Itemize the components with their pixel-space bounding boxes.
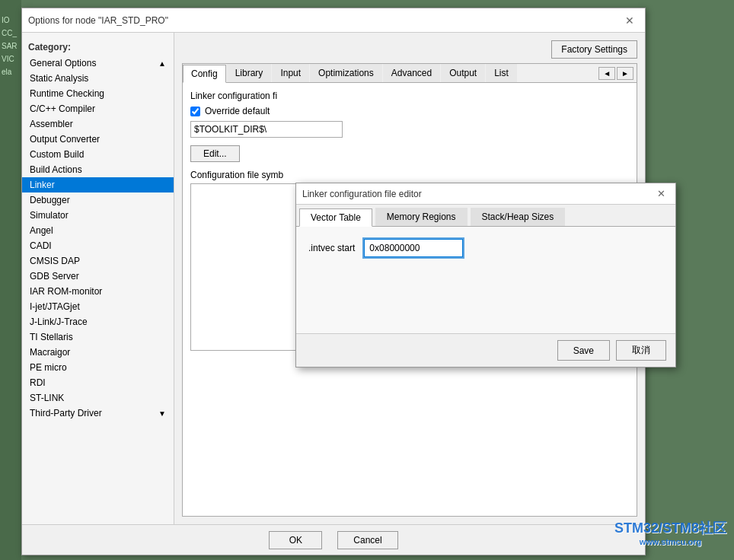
sidebar-item-runtime-checking[interactable]: Runtime Checking [22, 86, 174, 101]
sub-dialog-close-button[interactable]: ✕ [653, 187, 669, 200]
sidebar-item-cpp-compiler[interactable]: C/C++ Compiler [22, 101, 174, 116]
factory-settings-button[interactable]: Factory Settings [551, 40, 637, 59]
sidebar-item-gdb-server[interactable]: GDB Server [22, 269, 174, 284]
sidebar-item-pe-micro[interactable]: PE micro [22, 360, 174, 375]
sidebar-item-simulator[interactable]: Simulator [22, 208, 174, 223]
sub-save-button[interactable]: Save [557, 340, 610, 361]
side-code-2: CC_ [0, 28, 21, 38]
dialog-footer: OK Cancel [22, 524, 645, 555]
tab-scroll: ◄ ► [598, 67, 637, 80]
intvec-label: .intvec start [308, 243, 355, 253]
tab-scroll-left-button[interactable]: ◄ [598, 67, 615, 80]
override-path-input[interactable] [190, 121, 343, 138]
sub-spacer [308, 257, 663, 318]
override-default-checkbox[interactable] [190, 107, 200, 116]
override-row: Override default [190, 106, 629, 116]
sidebar-item-linker[interactable]: Linker [22, 177, 174, 192]
sidebar-item-debugger[interactable]: Debugger [22, 192, 174, 208]
sidebar-item-iar-rom-monitor[interactable]: IAR ROM-monitor [22, 284, 174, 299]
sidebar-list: General Options ▲ Static Analysis Runtim… [22, 56, 174, 421]
sidebar-item-cadi[interactable]: CADI [22, 238, 174, 253]
intvec-row: .intvec start [308, 239, 663, 257]
watermark-line2: www.stmcu.org [614, 537, 726, 546]
sidebar-item-output-converter[interactable]: Output Converter [22, 132, 174, 147]
sub-tab-stack-heap[interactable]: Stack/Heap Sizes [471, 208, 566, 226]
edit-button[interactable]: Edit... [190, 145, 240, 162]
tab-scroll-right-button[interactable]: ► [617, 67, 633, 80]
dialog-titlebar: Options for node "IAR_STD_PRO" ✕ [22, 8, 645, 33]
override-input-row [190, 121, 629, 138]
tab-input[interactable]: Input [272, 64, 309, 82]
sidebar-item-static-analysis[interactable]: Static Analysis [22, 71, 174, 86]
sidebar-item-general-options[interactable]: General Options ▲ [22, 56, 174, 71]
sub-dialog: Linker configuration file editor ✕ Vecto… [295, 183, 676, 368]
tab-output[interactable]: Output [441, 64, 485, 82]
side-labels: IO CC_ SAR VIC ela [0, 0, 21, 560]
watermark: STM32/STM8社区 www.stmcu.org [614, 519, 726, 546]
category-label: Category: [22, 39, 174, 56]
sidebar-item-jlink-jtrace[interactable]: J-Link/J-Trace [22, 314, 174, 329]
sub-dialog-titlebar: Linker configuration file editor ✕ [296, 183, 675, 205]
sub-cancel-button[interactable]: 取消 [616, 340, 666, 361]
tab-bar: Config Library Input Optimizations Advan… [183, 64, 637, 83]
intvec-input[interactable] [364, 239, 463, 257]
override-default-label: Override default [205, 106, 270, 116]
cancel-button[interactable]: Cancel [337, 531, 397, 549]
sidebar-item-cmsis-dap[interactable]: CMSIS DAP [22, 253, 174, 269]
tab-optimizations[interactable]: Optimizations [310, 64, 382, 82]
dialog-close-button[interactable]: ✕ [621, 13, 639, 28]
sidebar-item-build-actions[interactable]: Build Actions [22, 162, 174, 177]
sidebar-item-rdi[interactable]: RDI [22, 375, 174, 390]
sub-tab-bar: Vector Table Memory Regions Stack/Heap S… [296, 205, 675, 227]
sub-dialog-footer: Save 取消 [296, 333, 675, 367]
sidebar-item-angel[interactable]: Angel [22, 223, 174, 238]
sidebar-item-macraigor[interactable]: Macraigor [22, 345, 174, 360]
linker-config-label: Linker configuration fi [190, 91, 629, 101]
sidebar-item-custom-build[interactable]: Custom Build [22, 147, 174, 162]
side-code-5: ela [0, 67, 21, 77]
ok-button[interactable]: OK [269, 531, 322, 549]
tab-list[interactable]: List [486, 64, 517, 82]
sub-dialog-content: .intvec start [296, 227, 675, 333]
sub-dialog-title: Linker configuration file editor [302, 189, 422, 199]
tab-config[interactable]: Config [183, 65, 226, 83]
factory-settings-row: Factory Settings [182, 40, 637, 59]
tab-library[interactable]: Library [227, 64, 272, 82]
dialog-title: Options for node "IAR_STD_PRO" [28, 15, 168, 26]
side-code-1: IO [0, 15, 21, 25]
sidebar[interactable]: Category: General Options ▲ Static Analy… [22, 33, 174, 524]
watermark-line1: STM32/STM8社区 [614, 519, 726, 537]
sub-tab-vector-table[interactable]: Vector Table [299, 208, 372, 227]
edit-btn-row: Edit... [190, 142, 629, 162]
config-symbols-label: Configuration file symb [190, 170, 629, 180]
tab-advanced[interactable]: Advanced [383, 64, 440, 82]
sub-tab-memory-regions[interactable]: Memory Regions [375, 208, 468, 226]
sidebar-item-ijet-jtagjet[interactable]: I-jet/JTAGjet [22, 299, 174, 314]
side-code-4: VIC [0, 54, 21, 64]
sidebar-item-third-party[interactable]: Third-Party Driver ▼ [22, 406, 174, 421]
side-code-3: SAR [0, 41, 21, 51]
sidebar-item-st-link[interactable]: ST-LINK [22, 390, 174, 406]
sidebar-item-ti-stellaris[interactable]: TI Stellaris [22, 329, 174, 345]
sidebar-item-assembler[interactable]: Assembler [22, 116, 174, 132]
